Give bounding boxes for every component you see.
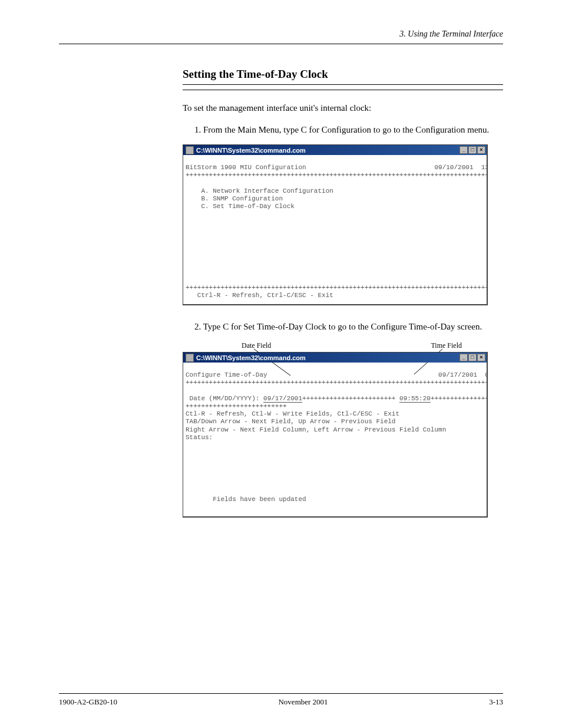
page-footer: 1900-A2-GB20-10 November 2001 3-13 xyxy=(0,676,562,728)
status-message: Fields have been updated xyxy=(186,496,306,503)
menu-item-a: A. Network Interface Configuration xyxy=(186,187,333,195)
footer-hint: Ctrl-R - Refresh, Ctrl-C/ESC - Exit xyxy=(186,292,333,299)
divider-row: ++++++++++++++++++++++++++ xyxy=(186,403,287,410)
step-1: 1. From the Main Menu, type C for Config… xyxy=(194,124,503,136)
window-controls: _ □ × xyxy=(459,354,485,361)
titlebar-text: C:\WINNT\System32\command.com xyxy=(196,147,306,154)
window-controls: _ □ × xyxy=(459,146,485,154)
time-field-label: Time Field xyxy=(431,341,462,350)
header-rule xyxy=(59,44,503,44)
footer-rule xyxy=(59,693,503,694)
intro-text: To set the management interface unit's i… xyxy=(183,102,503,114)
terminal-body: Configure Time-of-Day 09/17/2001 09:57:1… xyxy=(183,363,487,515)
screen-header: Configure Time-of-Day 09/17/2001 09:57:1… xyxy=(186,371,487,378)
content-column: Setting the Time-of-Day Clock To set the… xyxy=(183,68,503,518)
titlebar: C:\WINNT\System32\command.com _ □ × xyxy=(183,353,487,363)
blank-row xyxy=(186,387,190,394)
step-number: 2. xyxy=(194,322,201,331)
page-number: 3-13 xyxy=(489,697,503,707)
app-icon xyxy=(186,354,194,362)
status-label: Status: xyxy=(186,434,213,441)
maximize-button[interactable]: □ xyxy=(468,146,477,154)
menu-item-b: B. SNMP Configuration xyxy=(186,195,283,202)
section-underline xyxy=(183,90,503,90)
page: 3. Using the Terminal Interface Setting … xyxy=(0,0,562,728)
annotation-row: Date Field Time Field xyxy=(183,341,503,352)
maximize-button[interactable]: □ xyxy=(468,354,477,361)
divider-row: ++++++++++++++++++++++++++++++++++++++++… xyxy=(186,284,487,291)
section-title: Setting the Time-of-Day Clock xyxy=(183,68,503,85)
date-field[interactable]: 09/17/2001 xyxy=(263,395,302,403)
close-button[interactable]: × xyxy=(477,354,485,361)
help-line: Right Arrow - Next Field Column, Left Ar… xyxy=(186,426,446,433)
step-2: 2. Type C for Set Time-of-Day Clock to g… xyxy=(194,321,503,333)
step-text: From the Main Menu, type C for Configura… xyxy=(201,125,489,134)
date-field-label: Date Field xyxy=(242,341,271,350)
screenshot-config-menu: C:\WINNT\System32\command.com _ □ × BitS… xyxy=(183,144,488,305)
app-icon xyxy=(186,146,194,154)
running-header: 3. Using the Terminal Interface xyxy=(59,29,503,39)
menu-item-c: C. Set Time-of-Day Clock xyxy=(186,203,295,210)
terminal-body: BitStorm 1900 MIU Configuration 09/10/20… xyxy=(183,155,487,303)
date-row: Date (MM/DD/YYYY): 09/17/2001+++++++++++… xyxy=(186,395,487,403)
time-field[interactable]: 09:55:20 xyxy=(399,395,431,403)
help-line: TAB/Down Arrow - Next Field, Up Arrow - … xyxy=(186,418,395,425)
divider-row: ++++++++++++++++++++++++++++++++++++++++… xyxy=(186,379,487,386)
titlebar: C:\WINNT\System32\command.com _ □ × xyxy=(183,145,487,155)
close-button[interactable]: × xyxy=(477,146,485,154)
screenshot-time-of-day: C:\WINNT\System32\command.com _ □ × Conf… xyxy=(183,352,488,518)
doc-id: 1900-A2-GB20-10 xyxy=(59,697,117,707)
minimize-button[interactable]: _ xyxy=(459,354,468,361)
help-line: Ctl-R - Refresh, Ctl-W - Write Fields, C… xyxy=(186,410,399,417)
step-text: Type C for Set Time-of-Day Clock to go t… xyxy=(201,322,482,331)
minimize-button[interactable]: _ xyxy=(459,146,468,154)
doc-date: November 2001 xyxy=(278,697,328,707)
titlebar-text: C:\WINNT\System32\command.com xyxy=(196,354,306,361)
divider-row: ++++++++++++++++++++++++++++++++++++++++… xyxy=(186,172,487,179)
screen-header: BitStorm 1900 MIU Configuration 09/10/20… xyxy=(186,164,487,171)
step-number: 1. xyxy=(194,125,201,134)
